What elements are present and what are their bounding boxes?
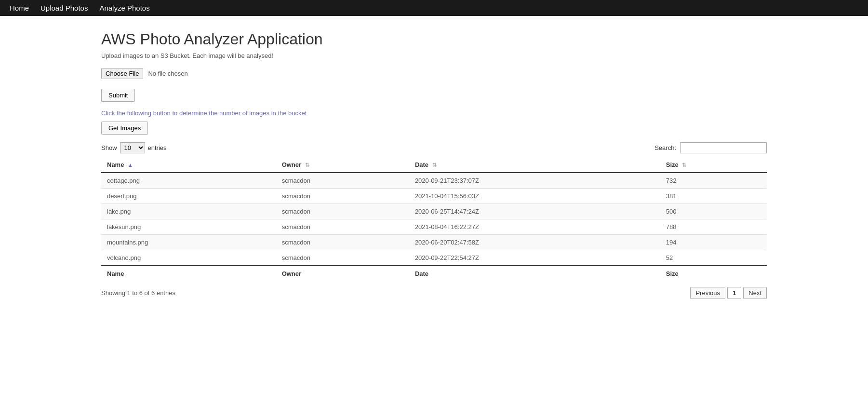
table-row: mountains.pngscmacdon2020-06-20T02:47:58… [101, 235, 767, 250]
cell-owner: scmacdon [276, 173, 409, 189]
cell-name: cottage.png [101, 173, 276, 189]
table-header-row: Name ▲ Owner ⇅ Date ⇅ Size ⇅ [101, 157, 767, 173]
submit-button[interactable]: Submit [101, 89, 135, 102]
sort-name-icon: ▲ [128, 162, 133, 168]
footer-owner: Owner [276, 266, 409, 281]
table-footer-row: Name Owner Date Size [101, 266, 767, 281]
pagination-buttons: Previous 1 Next [690, 287, 767, 299]
search-box: Search: [654, 142, 767, 153]
table-row: lake.pngscmacdon2020-06-25T14:47:24Z500 [101, 204, 767, 219]
cell-name: lakesun.png [101, 219, 276, 235]
cell-date: 2020-06-20T02:47:58Z [409, 235, 660, 250]
cell-date: 2021-08-04T16:22:27Z [409, 219, 660, 235]
table-body: cottage.pngscmacdon2020-09-21T23:37:07Z7… [101, 173, 767, 266]
navbar: Home Upload Photos Analyze Photos [0, 0, 868, 16]
cell-size: 381 [660, 189, 767, 204]
cell-date: 2021-10-04T15:56:03Z [409, 189, 660, 204]
no-file-label: No file chosen [148, 70, 187, 77]
col-owner[interactable]: Owner ⇅ [276, 157, 409, 173]
footer-size: Size [660, 266, 767, 281]
cell-date: 2020-06-25T14:47:24Z [409, 204, 660, 219]
footer-date: Date [409, 266, 660, 281]
file-input-row: Choose File No file chosen [101, 68, 767, 79]
instruction-after: to determine the number of images in the… [172, 109, 307, 117]
cell-owner: scmacdon [276, 204, 409, 219]
cell-size: 194 [660, 235, 767, 250]
page-subtitle: Upload images to an S3 Bucket. Each imag… [101, 52, 767, 59]
table-header: Name ▲ Owner ⇅ Date ⇅ Size ⇅ [101, 157, 767, 173]
cell-owner: scmacdon [276, 219, 409, 235]
search-input[interactable] [680, 142, 767, 153]
cell-owner: scmacdon [276, 235, 409, 250]
entries-label: entries [148, 144, 167, 151]
submit-row: Submit [101, 89, 767, 109]
table-row: cottage.pngscmacdon2020-09-21T23:37:07Z7… [101, 173, 767, 189]
cell-size: 732 [660, 173, 767, 189]
next-button[interactable]: Next [743, 287, 767, 299]
data-table: Name ▲ Owner ⇅ Date ⇅ Size ⇅ cottage.png… [101, 157, 767, 281]
show-label: Show [101, 144, 117, 151]
get-images-row: Get Images [101, 122, 767, 142]
table-row: volcano.pngscmacdon2020-09-22T22:54:27Z5… [101, 250, 767, 266]
cell-owner: scmacdon [276, 189, 409, 204]
search-label: Search: [654, 144, 676, 151]
cell-size: 52 [660, 250, 767, 266]
col-size[interactable]: Size ⇅ [660, 157, 767, 173]
page-1-button[interactable]: 1 [727, 287, 741, 299]
cell-size: 500 [660, 204, 767, 219]
table-footer: Name Owner Date Size [101, 266, 767, 281]
cell-date: 2020-09-22T22:54:27Z [409, 250, 660, 266]
table-row: lakesun.pngscmacdon2021-08-04T16:22:27Z7… [101, 219, 767, 235]
cell-name: mountains.png [101, 235, 276, 250]
instruction-before: Click the [101, 109, 127, 117]
nav-upload-photos[interactable]: Upload Photos [40, 4, 88, 12]
sort-size-icon: ⇅ [682, 162, 686, 168]
cell-owner: scmacdon [276, 250, 409, 266]
footer-name: Name [101, 266, 276, 281]
show-entries: Show 10 25 50 100 entries [101, 142, 167, 153]
main-content: AWS Photo Analyzer Application Upload im… [0, 16, 868, 313]
cell-name: desert.png [101, 189, 276, 204]
cell-name: volcano.png [101, 250, 276, 266]
sort-date-icon: ⇅ [432, 162, 437, 168]
col-date[interactable]: Date ⇅ [409, 157, 660, 173]
cell-date: 2020-09-21T23:37:07Z [409, 173, 660, 189]
page-title: AWS Photo Analyzer Application [101, 30, 767, 48]
table-controls: Show 10 25 50 100 entries Search: [101, 142, 767, 153]
choose-file-button[interactable]: Choose File [101, 68, 143, 79]
previous-button[interactable]: Previous [690, 287, 725, 299]
cell-name: lake.png [101, 204, 276, 219]
nav-home[interactable]: Home [10, 4, 29, 12]
entries-select[interactable]: 10 25 50 100 [120, 142, 145, 153]
pagination-info: Showing 1 to 6 of 6 entries [101, 289, 175, 297]
instruction-link[interactable]: following button [127, 109, 170, 117]
cell-size: 788 [660, 219, 767, 235]
sort-owner-icon: ⇅ [305, 162, 309, 168]
col-name[interactable]: Name ▲ [101, 157, 276, 173]
table-row: desert.pngscmacdon2021-10-04T15:56:03Z38… [101, 189, 767, 204]
nav-analyze-photos[interactable]: Analyze Photos [99, 4, 149, 12]
get-images-button[interactable]: Get Images [101, 122, 148, 135]
instruction-text: Click the following button to determine … [101, 109, 767, 117]
pagination-row: Showing 1 to 6 of 6 entries Previous 1 N… [101, 287, 767, 299]
